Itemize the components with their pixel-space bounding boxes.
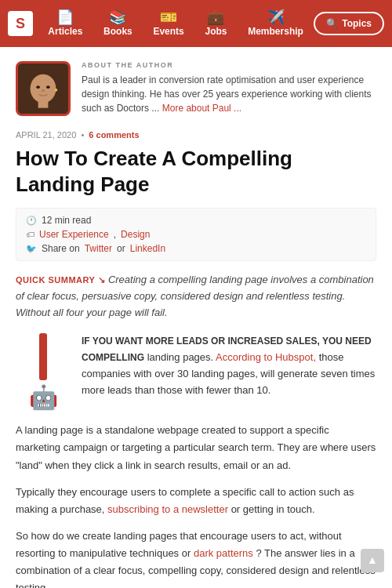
author-text: ABOUT THE AUTHOR Paul is a leader in con… <box>82 61 376 115</box>
nav-item-articles[interactable]: 📄 Articles <box>43 7 87 40</box>
topics-button[interactable]: 🔍 Topics <box>314 12 384 35</box>
svg-point-7 <box>55 89 58 92</box>
jobs-icon: 💼 <box>207 10 224 24</box>
share-linkedin-link[interactable]: LinkedIn <box>130 243 165 254</box>
nav-item-membership[interactable]: ✈️ Membership <box>243 7 308 40</box>
newsletter-link[interactable]: subscribing to a newsletter <box>107 503 228 515</box>
share-prefix: Share on <box>42 243 80 254</box>
read-time: 12 min read <box>42 215 91 226</box>
read-time-row: 🕐 12 min read <box>26 215 366 226</box>
svg-point-4 <box>36 85 40 89</box>
clock-icon: 🕐 <box>26 216 37 226</box>
tag-user-experience[interactable]: User Experience <box>39 229 109 240</box>
search-icon: 🔍 <box>326 18 338 29</box>
tag-design[interactable]: Design <box>121 229 150 240</box>
nav-item-membership-label: Membership <box>248 26 303 37</box>
quick-summary: QUICK SUMMARY ↘ Creating a compelling la… <box>16 272 376 321</box>
dark-patterns-link[interactable]: dark patterns <box>194 547 253 559</box>
navbar: S 📄 Articles 📚 Books 🎫 Events 💼 Jobs ✈️ … <box>0 0 392 47</box>
body-p1: A landing page is a standalone webpage c… <box>16 422 376 474</box>
share-twitter-link[interactable]: Twitter <box>85 243 112 254</box>
nav-items: 📄 Articles 📚 Books 🎫 Events 💼 Jobs ✈️ Me… <box>38 7 314 40</box>
nav-item-jobs-label: Jobs <box>205 26 227 37</box>
promo-image: 🤖 <box>16 333 71 411</box>
hubspot-link[interactable]: According to Hubspot, <box>216 351 316 363</box>
author-more-link[interactable]: More about Paul ... <box>162 103 241 114</box>
site-logo[interactable]: S <box>8 11 33 36</box>
author-bio: Paul is a leader in conversion rate opti… <box>82 73 376 115</box>
events-icon: 🎫 <box>160 10 177 24</box>
article-meta: APRIL 21, 2020 • 6 comments <box>16 130 376 140</box>
topics-button-label: Topics <box>342 18 372 29</box>
quick-summary-label: QUICK SUMMARY ↘ <box>16 275 105 285</box>
articles-icon: 📄 <box>56 10 74 24</box>
info-box: 🕐 12 min read 🏷 User Experience, Design … <box>16 208 376 261</box>
svg-point-3 <box>31 74 56 103</box>
share-row: 🐦 Share on Twitter or LinkedIn <box>26 243 366 254</box>
article-title: How To Create A Compelling Landing Page <box>16 146 376 197</box>
nav-item-books-label: Books <box>103 26 132 37</box>
nav-item-books[interactable]: 📚 Books <box>99 7 137 40</box>
nav-item-events-label: Events <box>153 26 183 37</box>
nav-item-events[interactable]: 🎫 Events <box>148 7 188 40</box>
article-body: A landing page is a standalone webpage c… <box>16 422 376 588</box>
body-p3: So how do we create landing pages that e… <box>16 528 376 588</box>
twitter-icon: 🐦 <box>26 244 37 254</box>
comments-link[interactable]: 6 comments <box>89 130 139 140</box>
nav-item-jobs[interactable]: 💼 Jobs <box>200 7 231 40</box>
body-p2: Typically they encourage users to comple… <box>16 484 376 518</box>
promo-mascot: 🤖 <box>29 383 58 411</box>
tag-icon: 🏷 <box>26 230 34 239</box>
svg-point-6 <box>42 89 45 92</box>
books-icon: 📚 <box>109 10 126 24</box>
tags-row: 🏷 User Experience, Design <box>26 229 366 240</box>
article-date: APRIL 21, 2020 <box>16 130 76 140</box>
svg-point-5 <box>46 85 50 89</box>
scroll-top-button[interactable]: ▲ <box>361 549 384 572</box>
nav-item-articles-label: Articles <box>48 26 82 37</box>
author-box: ABOUT THE AUTHOR Paul is a leader in con… <box>16 61 376 116</box>
article-content: ABOUT THE AUTHOR Paul is a leader in con… <box>0 47 392 588</box>
promo-bar <box>39 333 47 380</box>
author-label: ABOUT THE AUTHOR <box>82 61 376 69</box>
avatar <box>16 61 71 116</box>
share-or: or <box>117 243 125 254</box>
promo-box: 🤖 IF YOU WANT MORE LEADS OR INCREASED SA… <box>16 333 376 411</box>
promo-text: IF YOU WANT MORE LEADS OR INCREASED SALE… <box>82 333 376 398</box>
membership-icon: ✈️ <box>267 10 285 24</box>
